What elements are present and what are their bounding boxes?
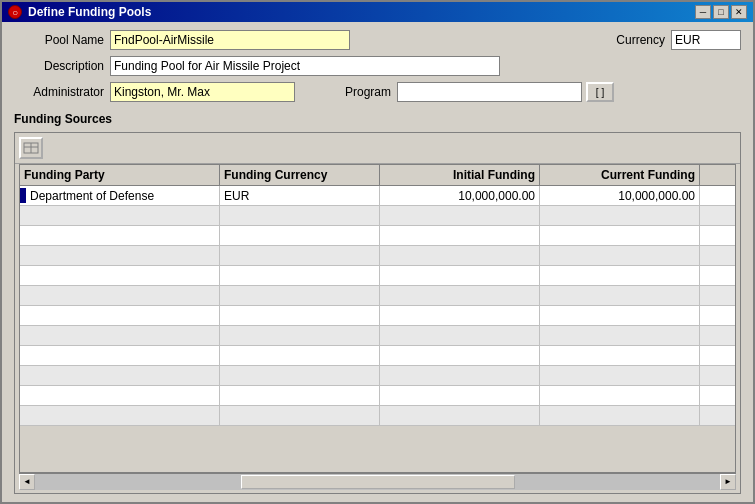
title-controls: ─ □ ✕ [695,5,747,19]
content-area: Pool Name Currency Description Administr… [2,22,753,502]
table-body[interactable]: Department of Defense EUR 10,000,000.00 … [20,186,735,472]
funding-sources-area: Funding Party Funding Currency Initial F… [14,132,741,494]
scroll-track[interactable] [35,474,720,490]
currency-cell: EUR [220,186,380,205]
currency-cell [220,366,380,385]
minimize-button[interactable]: ─ [695,5,711,19]
initial-cell [380,306,540,325]
table-row[interactable] [20,206,735,226]
currency-cell [220,286,380,305]
toolbar [15,133,740,164]
initial-cell [380,226,540,245]
party-cell [20,366,220,385]
initial-cell [380,206,540,225]
table-row[interactable] [20,366,735,386]
party-cell [20,286,220,305]
table-row[interactable] [20,346,735,366]
horizontal-scrollbar[interactable]: ◄ ► [19,473,736,489]
currency-input[interactable] [671,30,741,50]
table-row[interactable]: Department of Defense EUR 10,000,000.00 … [20,186,735,206]
pool-name-row: Pool Name Currency [14,30,741,50]
current-cell [540,346,700,365]
currency-cell [220,246,380,265]
table-row[interactable] [20,286,735,306]
scrollbar-spacer [700,165,716,185]
col-header-initial: Initial Funding [380,165,540,185]
current-cell [540,226,700,245]
currency-cell [220,266,380,285]
table-header: Funding Party Funding Currency Initial F… [20,165,735,186]
program-lookup-button[interactable]: [ ] [586,82,614,102]
current-cell [540,266,700,285]
col-header-currency: Funding Currency [220,165,380,185]
scroll-right-button[interactable]: ► [720,474,736,490]
col-header-current: Current Funding [540,165,700,185]
currency-cell [220,346,380,365]
maximize-button[interactable]: □ [713,5,729,19]
party-cell [20,266,220,285]
col-header-party: Funding Party [20,165,220,185]
description-input[interactable] [110,56,500,76]
party-cell [20,326,220,345]
pool-name-input[interactable] [110,30,350,50]
current-cell [540,246,700,265]
current-cell [540,306,700,325]
table-row[interactable] [20,246,735,266]
administrator-input[interactable] [110,82,295,102]
current-cell: 10,000,000.00 [540,186,700,205]
description-label: Description [14,59,104,73]
initial-cell [380,266,540,285]
add-row-button[interactable] [19,137,43,159]
currency-cell [220,226,380,245]
scroll-left-button[interactable]: ◄ [19,474,35,490]
row-indicator-cell: Department of Defense [20,186,220,205]
current-cell [540,366,700,385]
table-row[interactable] [20,226,735,246]
initial-cell [380,406,540,425]
table-row[interactable] [20,306,735,326]
program-label: Program [345,85,391,99]
funding-table: Funding Party Funding Currency Initial F… [19,164,736,473]
window-icon: ○ [8,5,22,19]
initial-cell [380,286,540,305]
initial-cell [380,326,540,345]
main-window: ○ Define Funding Pools ─ □ ✕ Pool Name C… [0,0,755,504]
party-cell [20,406,220,425]
window-title: Define Funding Pools [28,5,151,19]
party-cell [20,206,220,225]
table-row[interactable] [20,406,735,426]
title-bar-left: ○ Define Funding Pools [8,5,151,19]
currency-cell [220,406,380,425]
initial-cell [380,246,540,265]
initial-cell [380,346,540,365]
table-row[interactable] [20,266,735,286]
close-button[interactable]: ✕ [731,5,747,19]
currency-cell [220,326,380,345]
title-bar: ○ Define Funding Pools ─ □ ✕ [2,2,753,22]
current-cell [540,286,700,305]
currency-cell [220,386,380,405]
current-cell [540,326,700,345]
initial-cell: 10,000,000.00 [380,186,540,205]
initial-cell [380,366,540,385]
current-cell [540,206,700,225]
administrator-row: Administrator Program [ ] [14,82,741,102]
description-row: Description [14,56,741,76]
party-cell [20,246,220,265]
currency-cell [220,206,380,225]
current-cell [540,386,700,405]
currency-cell [220,306,380,325]
party-cell [20,346,220,365]
funding-sources-section-title: Funding Sources [14,112,741,126]
party-cell [20,226,220,245]
current-cell [540,406,700,425]
party-cell [20,386,220,405]
party-cell: Department of Defense [30,189,154,203]
scroll-thumb[interactable] [241,475,515,489]
table-row[interactable] [20,326,735,346]
program-input[interactable] [397,82,582,102]
table-row[interactable] [20,386,735,406]
party-cell [20,306,220,325]
administrator-label: Administrator [14,85,104,99]
initial-cell [380,386,540,405]
